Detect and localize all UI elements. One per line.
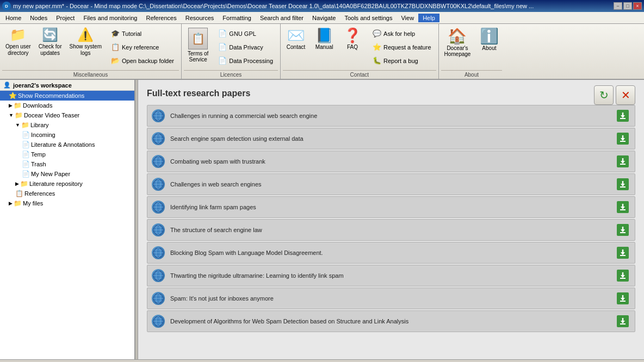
download-button[interactable] — [615, 291, 630, 306]
menu-search-filter[interactable]: Search and filter — [256, 14, 308, 22]
sidebar-item-trash[interactable]: 📄 Trash — [0, 159, 134, 169]
download-button[interactable] — [615, 108, 630, 123]
star-icon: ⭐ — [373, 43, 381, 51]
sidebar-item-show-recommendations[interactable]: ⭐ Show Recommendations — [0, 91, 134, 101]
sidebar-item-library[interactable]: ▼ 📁 Library — [0, 120, 134, 130]
expand-icon: ▶ — [9, 103, 13, 108]
check-updates-button[interactable]: 🔄 Check forupdates — [35, 25, 65, 59]
warning-icon: ⚠️ — [77, 27, 94, 42]
minimize-button[interactable]: − — [614, 2, 622, 10]
globe-icon — [152, 315, 165, 328]
sidebar-item-my-files[interactable]: ▶ 📁 My files — [0, 198, 134, 208]
folder-icon: 📁 — [21, 121, 29, 129]
data-processing-button[interactable]: 📄 Data Processing — [214, 54, 277, 67]
svg-rect-19 — [620, 141, 626, 142]
faq-icon: ❓ — [344, 27, 361, 44]
download-button[interactable] — [615, 314, 630, 329]
info-icon: ℹ️ — [480, 27, 499, 45]
sidebar-item-docear-video-teaser[interactable]: ▼ 📁 Docear Video Teaser — [0, 110, 134, 120]
toolbar-group-contact: ✉️ Contact 📘 Manual ❓ FAQ 💬 Ask for help… — [281, 24, 438, 79]
menu-help[interactable]: Help — [418, 14, 439, 22]
menu-files-monitoring[interactable]: Files and monitoring — [79, 14, 141, 22]
refresh-button[interactable]: ↻ — [594, 85, 614, 105]
status-bar: joeran2 (online) — [0, 359, 644, 362]
download-arrow-icon — [617, 315, 629, 327]
menu-project[interactable]: Project — [52, 14, 79, 22]
contact-small-buttons: 💬 Ask for help ⭐ Request a feature 🐛 Rep… — [368, 25, 436, 69]
key-reference-icon: 📋 — [111, 43, 120, 51]
menu-home[interactable]: Home — [1, 14, 26, 22]
data-privacy-button[interactable]: 📄 Data Privacy — [214, 41, 277, 53]
expand-icon: ▶ — [9, 201, 13, 206]
contact-label: Contact — [283, 70, 436, 78]
contact-button[interactable]: ✉️ Contact — [283, 25, 309, 52]
open-backup-folder-button[interactable]: 📂 Open backup folder — [107, 54, 178, 67]
paper-row[interactable]: Development of Algorithms for Web Spam D… — [147, 310, 635, 332]
globe-icon — [152, 109, 165, 122]
sidebar-item-docear-video-teaser-label: Docear Video Teaser — [24, 112, 79, 118]
paper-row[interactable]: Challenges in web search engines — [147, 173, 635, 195]
sidebar-item-my-new-paper[interactable]: 📄 My New Paper — [0, 169, 134, 179]
download-button[interactable] — [615, 268, 630, 283]
ask-for-help-button[interactable]: 💬 Ask for help — [369, 27, 435, 40]
download-button[interactable] — [615, 222, 630, 238]
terms-of-service-button[interactable]: 📋 Terms ofService — [184, 25, 212, 65]
menu-resources[interactable]: Resources — [181, 14, 219, 22]
paper-list: Challenges in running a commercial web s… — [147, 105, 635, 332]
report-bug-button[interactable]: 🐛 Report a bug — [369, 54, 435, 67]
sidebar-item-literature-repository[interactable]: ▶ 📁 Literature repository — [0, 179, 134, 189]
menu-references[interactable]: References — [141, 14, 181, 22]
data-processing-icon: 📄 — [218, 57, 227, 65]
tutorial-button[interactable]: 🎓 Tutorial — [107, 27, 178, 40]
licence-small-buttons: 📄 GNU GPL 📄 Data Privacy 📄 Data Processi… — [213, 25, 278, 69]
paper-row[interactable]: Spam: It's not just for inboxes anymore — [147, 288, 635, 309]
paper-row[interactable]: Combating web spam with trustrank — [147, 151, 635, 172]
paper-row[interactable]: Blocking Blog Spam with Language Model D… — [147, 242, 635, 264]
request-feature-button[interactable]: ⭐ Request a feature — [369, 41, 435, 53]
sidebar-item-literature-annotations[interactable]: 📄 Literature & Annotations — [0, 140, 134, 149]
faq-button[interactable]: ❓ FAQ — [339, 25, 366, 52]
refresh-icon: 🔄 — [42, 27, 58, 42]
download-button[interactable] — [615, 199, 630, 215]
paper-row[interactable]: The structure of search engine law — [147, 219, 635, 241]
docear-homepage-button[interactable]: 🏠 Docear'sHomepage — [441, 25, 474, 59]
sidebar-item-references[interactable]: 📋 References — [0, 189, 134, 198]
menu-nodes[interactable]: Nodes — [26, 14, 52, 22]
paper-title: Combating web spam with trustrank — [170, 158, 615, 165]
sidebar-item-temp[interactable]: 📄 Temp — [0, 149, 134, 159]
backup-icon: 📂 — [111, 57, 120, 65]
key-reference-button[interactable]: 📋 Key reference — [107, 41, 178, 53]
download-arrow-icon — [617, 155, 629, 167]
close-button[interactable]: × — [633, 2, 642, 10]
open-user-directory-button[interactable]: 📁 Open userdirectory — [2, 25, 34, 59]
show-system-logs-button[interactable]: ⚠️ Show systemlogs — [66, 25, 105, 59]
download-button[interactable] — [615, 177, 630, 192]
download-button[interactable] — [615, 245, 630, 260]
document-icon: 📄 — [22, 160, 30, 168]
paper-row[interactable]: Search engine spam detection using exter… — [147, 128, 635, 149]
folder-icon: 📁 — [15, 111, 23, 119]
paper-row[interactable]: Identifying link farm spam pages — [147, 196, 635, 218]
about-button[interactable]: ℹ️ About — [476, 25, 502, 53]
gnu-gpl-button[interactable]: 📄 GNU GPL — [214, 27, 277, 40]
star-icon: ⭐ — [9, 92, 17, 99]
sidebar-item-downloads[interactable]: ▶ 📁 Downloads — [0, 101, 134, 110]
download-button[interactable] — [615, 131, 630, 146]
maximize-button[interactable]: □ — [623, 2, 632, 10]
download-button[interactable] — [615, 154, 630, 169]
sidebar-item-incoming[interactable]: 📄 Incoming — [0, 130, 134, 140]
download-arrow-icon — [617, 201, 629, 213]
manual-button[interactable]: 📘 Manual — [311, 25, 337, 52]
menu-navigate[interactable]: Navigate — [308, 14, 340, 22]
menu-view[interactable]: View — [397, 14, 418, 22]
title-bar: D my new paper.mm* - Docear - Mind map m… — [0, 0, 644, 12]
download-arrow-icon — [617, 110, 629, 122]
paper-row[interactable]: Challenges in running a commercial web s… — [147, 105, 635, 127]
toolbar-group-licences: 📋 Terms ofService 📄 GNU GPL 📄 Data Priva… — [182, 24, 281, 79]
paper-row[interactable]: Thwarting the nigritude ultramarine: Lea… — [147, 265, 635, 286]
close-content-button[interactable]: ✕ — [616, 85, 635, 105]
globe-icon — [152, 155, 165, 168]
sidebar-item-my-new-paper-label: My New Paper — [31, 171, 70, 177]
menu-formatting[interactable]: Formatting — [218, 14, 256, 22]
menu-tools-settings[interactable]: Tools and settings — [340, 14, 397, 22]
